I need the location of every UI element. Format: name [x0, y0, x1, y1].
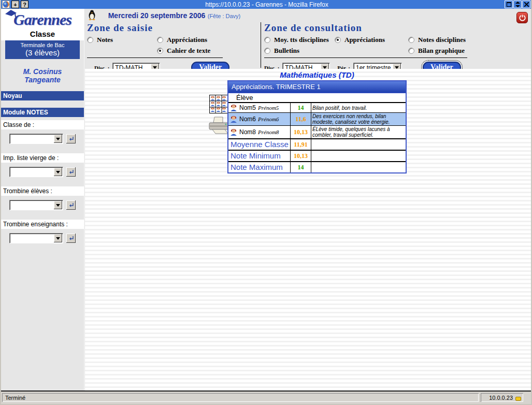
note-value: 14 [291, 103, 311, 112]
trombine-enseignants-select[interactable] [9, 233, 63, 243]
classe-count: (3 élèves) [5, 48, 80, 57]
imp-liste-submit-button[interactable] [66, 167, 76, 177]
trombinoscope-icon[interactable] [209, 95, 228, 115]
window-help-button[interactable]: ? [21, 1, 28, 8]
table-row[interactable]: Nom6 Prénom6 11,6 Des exercices non rend… [228, 113, 406, 126]
chevron-down-icon[interactable] [54, 201, 62, 209]
classe-de-select[interactable] [9, 134, 63, 144]
group-trombine-eleves: Trombine élèves : [1, 186, 84, 210]
radio-moy-tts-disciplines[interactable]: Moy. tts disciplines [264, 35, 335, 44]
trombine-eleves-submit-button[interactable] [66, 200, 76, 210]
shade-button[interactable] [513, 1, 522, 8]
logo-cap-icon [4, 9, 18, 19]
window-titlebar: + ? https://10.0.0.23 - Garennes - Mozil… [1, 0, 531, 9]
summary-label: Note Maximum [228, 162, 291, 172]
classe-heading: Classe [1, 30, 84, 40]
table-row[interactable]: Nom8 Prénom8 10,13 ÉLève timide, quelque… [228, 126, 406, 139]
date-line: Mercredi 20 septembre 2006 (Fête : Davy) [85, 11, 264, 20]
student-name: Nom5 [239, 104, 256, 111]
group-label: Imp. liste vierge de : [1, 153, 84, 163]
lock-icon[interactable] [515, 394, 522, 401]
summary-value: 14 [291, 162, 311, 172]
note-value: 10,13 [291, 126, 311, 138]
radio-icon[interactable] [408, 48, 414, 54]
status-message: Terminé [2, 393, 479, 402]
trombine-enseignants-submit-button[interactable] [66, 234, 76, 243]
student-name: Nom8 [239, 128, 256, 136]
radio-icon[interactable] [264, 48, 270, 54]
classe-de-submit-button[interactable] [66, 134, 76, 143]
appreciation-text: ÉLève timide, quelques lacunes à combler… [311, 126, 406, 138]
radio-consult-appreciations[interactable]: Appréciations [335, 35, 408, 44]
student-avatar [230, 104, 237, 111]
host-indicator: 10.0.0.23 [481, 393, 523, 402]
logo-zone: Garennes [1, 9, 84, 30]
classe-name: Terminale de Bac [5, 42, 80, 48]
radio-appreciations[interactable]: Appréciations [157, 35, 261, 44]
student-avatar [230, 115, 237, 123]
radio-icon[interactable] [408, 37, 414, 43]
student-firstname: Prénom8 [258, 129, 279, 135]
header-band: Mercredi 20 septembre 2006 (Fête : Davy)… [85, 9, 531, 69]
note-value: 11,6 [291, 113, 311, 125]
radio-bulletins[interactable]: Bulletins [264, 46, 335, 55]
select-value [10, 200, 53, 210]
logout-power-button[interactable] [516, 12, 528, 23]
radio-icon[interactable] [157, 48, 163, 54]
student-name: Nom6 [239, 115, 256, 123]
close-icon[interactable] [522, 1, 530, 8]
student-avatar [230, 128, 237, 136]
chevron-down-icon[interactable] [54, 135, 62, 143]
host-address: 10.0.0.23 [489, 395, 513, 401]
radio-icon[interactable] [87, 37, 93, 43]
maximize-button[interactable] [505, 1, 513, 8]
select-value [10, 234, 53, 243]
appreciation-text: Des exercices non rendus, bilan modeste,… [311, 113, 406, 125]
summary-value: 11,91 [291, 139, 311, 150]
teacher-name: M. Cosinus [1, 67, 84, 76]
group-imp-liste: Imp. liste vierge de : [1, 153, 84, 177]
window-menu-button[interactable]: + [11, 1, 19, 8]
table-row[interactable]: Nom5 Prénom5 14 Bilan positif, bon trava… [228, 103, 406, 113]
summary-value: 10,13 [291, 151, 311, 161]
appreciation-text: Bilan positif, bon travail. [311, 103, 406, 112]
summary-row-maximum: Note Maximum 14 [228, 162, 406, 172]
status-bar: Terminé 10.0.0.23 [1, 390, 531, 404]
teacher-subject: Tangeante [1, 76, 84, 84]
zone-saisie: Zone de saisie Notes Appréciations [85, 22, 261, 74]
fete-label: (Fête : Davy) [208, 13, 241, 19]
radio-bilan-graphique[interactable]: Bilan graphique [408, 46, 524, 55]
group-trombine-enseignants: Trombine enseignants : [1, 220, 84, 243]
printer-icon[interactable] [207, 117, 230, 137]
select-value [10, 134, 53, 143]
summary-row-moyenne: Moyenne Classe 11,91 [228, 139, 406, 151]
browser-window: + ? https://10.0.0.23 - Garennes - Mozil… [0, 0, 532, 405]
radio-icon[interactable] [335, 37, 341, 43]
chevron-down-icon[interactable] [54, 234, 62, 242]
radio-icon[interactable] [157, 37, 163, 43]
student-firstname: Prénom6 [258, 116, 279, 122]
zone-consultation: Zone de consultation Moy. tts discipline… [261, 22, 524, 74]
current-date: Mercredi 20 septembre 2006 [108, 11, 206, 20]
sidebar: Garennes Classe Terminale de Bac (3 élèv… [1, 9, 84, 390]
radio-notes-disciplines[interactable]: Notes disciplines [408, 35, 524, 44]
section-module-notes: Module NOTES [1, 108, 84, 117]
trombine-eleves-select[interactable] [9, 200, 63, 210]
group-label: Trombine enseignants : [1, 220, 84, 229]
summary-label: Note Minimum [228, 151, 291, 161]
radio-notes[interactable]: Notes [87, 35, 157, 44]
group-label: Classe de : [1, 120, 84, 129]
window-title: https://10.0.0.23 - Garennes - Mozilla F… [29, 1, 505, 8]
section-noyau: Noyau [1, 91, 84, 100]
resize-grip[interactable] [523, 393, 530, 402]
appreciations-table: Appréciations. TRIMESTRE 1 Élève Nom5 Pr… [227, 80, 407, 173]
column-header-eleve: Élève [228, 93, 406, 103]
zone-consultation-title: Zone de consultation [264, 22, 524, 34]
radio-icon[interactable] [264, 37, 270, 43]
chevron-down-icon[interactable] [54, 168, 62, 176]
summary-row-minimum: Note Minimum 10,13 [228, 151, 406, 162]
radio-cahier-de-texte[interactable]: Cahier de texte [157, 46, 261, 55]
imp-liste-select[interactable] [9, 167, 63, 177]
student-firstname: Prénom5 [258, 105, 279, 111]
firefox-icon [2, 1, 10, 8]
